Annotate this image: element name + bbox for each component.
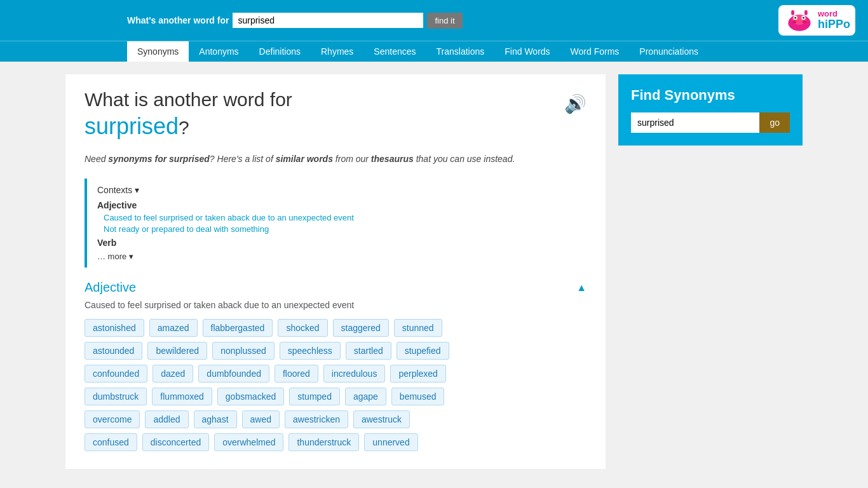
word-tag[interactable]: flummoxed [152, 388, 212, 405]
page-title-word: surprised [85, 113, 179, 139]
contexts-box: Contexts ▾ Adjective Caused to feel surp… [85, 179, 587, 268]
tab-sentences[interactable]: Sentences [363, 41, 426, 62]
content-area: What is another word for surprised? 🔊 Ne… [65, 74, 606, 469]
word-tags-row-4: overcome addled aghast awed awestricken … [85, 410, 587, 428]
nav-tabs: Synonyms Antonyms Definitions Rhymes Sen… [0, 41, 868, 62]
page-title: What is another word for surprised? [85, 87, 292, 142]
word-tag[interactable]: thunderstruck [288, 433, 359, 451]
svg-rect-9 [804, 10, 808, 15]
word-tag[interactable]: aghast [194, 410, 237, 428]
context-adj-item1[interactable]: Caused to feel surprised or taken aback … [104, 213, 576, 222]
logo-hippo-icon [783, 8, 815, 33]
word-tag[interactable]: perplexed [390, 365, 446, 383]
tab-synonyms[interactable]: Synonyms [127, 41, 189, 62]
word-tag[interactable]: confused [85, 433, 137, 451]
word-tag[interactable]: awestricken [285, 410, 348, 428]
word-tag[interactable]: awed [242, 410, 280, 428]
star-icon: ✳ [844, 9, 855, 24]
sidebar-go-button[interactable]: go [759, 112, 790, 133]
word-tag[interactable]: bewildered [147, 342, 207, 360]
word-tag[interactable]: overcome [85, 410, 140, 428]
word-tag[interactable]: staggered [333, 319, 389, 337]
word-tag[interactable]: disconcerted [142, 433, 209, 451]
sidebar-search-input[interactable] [631, 112, 759, 133]
word-tag[interactable]: amazed [149, 319, 198, 337]
title-row: What is another word for surprised? 🔊 [85, 87, 587, 142]
word-tag[interactable]: nonplussed [212, 342, 275, 360]
tab-pronunciations[interactable]: Pronunciations [629, 41, 709, 62]
word-tags-row-0: astonished amazed flabbergasted shocked … [85, 319, 587, 337]
word-tag[interactable]: gobsmacked [217, 388, 284, 405]
contexts-toggle[interactable]: Contexts ▾ [97, 185, 576, 195]
tab-find-words[interactable]: Find Words [494, 41, 560, 62]
context-verb-label: Verb [97, 238, 576, 248]
speaker-icon[interactable]: 🔊 [564, 93, 587, 114]
find-synonyms-box: Find Synonyms go [618, 74, 803, 146]
adjective-section-subtitle: Caused to feel surprised or taken aback … [85, 300, 587, 310]
word-tag[interactable]: confounded [85, 365, 147, 383]
word-tag[interactable]: dumbfounded [198, 365, 269, 383]
top-bar-label: What's another word for [127, 15, 229, 25]
word-tag[interactable]: bemused [391, 388, 445, 405]
search-input-top[interactable] [233, 13, 423, 28]
sidebar-search-row: go [631, 112, 790, 133]
tab-word-forms[interactable]: Word Forms [560, 41, 630, 62]
tab-rhymes[interactable]: Rhymes [311, 41, 363, 62]
svg-rect-8 [791, 10, 794, 15]
logo-box: word hiPPo [778, 5, 855, 36]
word-tag[interactable]: stumped [289, 388, 340, 405]
sidebar: Find Synonyms go [618, 74, 803, 469]
page-title-suffix: ? [179, 117, 189, 138]
word-tag[interactable]: stupefied [397, 342, 449, 360]
tab-definitions[interactable]: Definitions [249, 41, 311, 62]
word-tag[interactable]: speechless [280, 342, 341, 360]
word-tag[interactable]: astounded [85, 342, 142, 360]
word-tag[interactable]: stunned [394, 319, 442, 337]
word-tag[interactable]: incredulous [323, 365, 386, 383]
adjective-section-header: Adjective ▲ [85, 280, 587, 295]
svg-point-4 [794, 17, 796, 18]
find-synonyms-title: Find Synonyms [631, 87, 790, 104]
adjective-section-title: Adjective [85, 280, 136, 295]
logo-area: word hiPPo [778, 5, 855, 36]
adjective-section-arrow[interactable]: ▲ [576, 282, 587, 294]
word-tag[interactable]: shocked [278, 319, 327, 337]
word-tags-row-5: confused disconcerted overwhelmed thunde… [85, 433, 587, 451]
word-tag[interactable]: unnerved [364, 433, 417, 451]
word-tag[interactable]: startled [346, 342, 391, 360]
word-tag[interactable]: addled [145, 410, 188, 428]
description: Need synonyms for surprised? Here's a li… [85, 152, 587, 166]
context-adj-item2[interactable]: Not ready or prepared to deal with somet… [104, 224, 576, 234]
word-tags-row-2: confounded dazed dumbfounded floored inc… [85, 365, 587, 383]
word-tag[interactable]: dazed [153, 365, 193, 383]
word-tag[interactable]: astonished [85, 319, 144, 337]
word-tag[interactable]: flabbergasted [203, 319, 273, 337]
context-more[interactable]: … more ▾ [97, 252, 576, 261]
word-tag[interactable]: floored [275, 365, 318, 383]
word-tag[interactable]: awestruck [353, 410, 410, 428]
page-title-prefix: What is another word for [85, 89, 292, 110]
word-tag[interactable]: overwhelmed [214, 433, 283, 451]
context-adjective-label: Adjective [97, 200, 576, 210]
tab-translations[interactable]: Translations [426, 41, 495, 62]
word-tag[interactable]: agape [345, 388, 386, 405]
tab-antonyms[interactable]: Antonyms [189, 41, 248, 62]
svg-point-7 [803, 20, 806, 24]
word-tag[interactable]: dumbstruck [85, 388, 147, 405]
word-tags-row-3: dumbstruck flummoxed gobsmacked stumped … [85, 388, 587, 405]
top-bar: What's another word for find it word hiP… [0, 0, 868, 41]
find-it-button[interactable]: find it [427, 13, 462, 29]
top-bar-left: What's another word for find it [127, 13, 463, 29]
word-tags-row-1: astounded bewildered nonplussed speechle… [85, 342, 587, 360]
svg-point-5 [803, 17, 804, 18]
main-layout: What is another word for surprised? 🔊 Ne… [53, 74, 815, 469]
svg-point-6 [792, 20, 796, 24]
